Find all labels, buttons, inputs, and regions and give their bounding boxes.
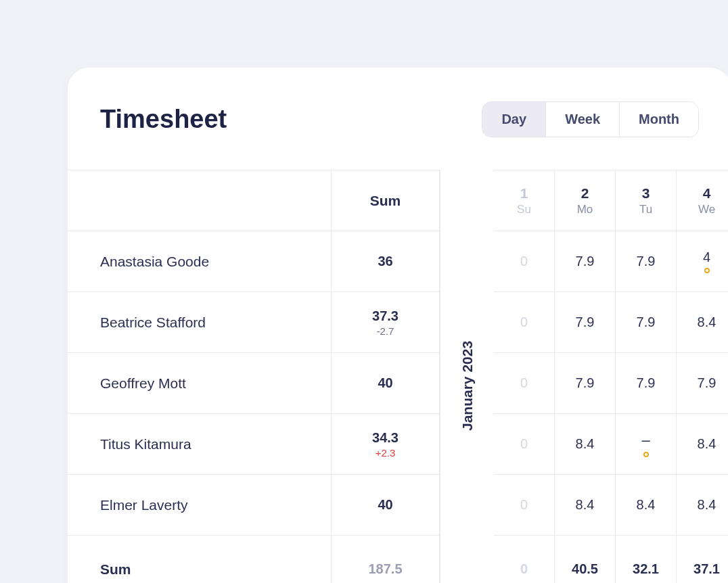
day-cell[interactable]: 8.4 <box>677 413 728 474</box>
day-cell[interactable]: 7.9 <box>677 352 728 413</box>
card-header: Timesheet Day Week Month <box>68 101 728 170</box>
sum-value: 36 <box>378 254 392 269</box>
day-value: 8.4 <box>637 497 656 513</box>
day-value: 0 <box>520 254 528 269</box>
row-sum: 37.3 -2.7 <box>332 292 440 352</box>
day-cell[interactable]: 8.4 <box>555 474 616 535</box>
day-value: 8.4 <box>698 436 716 452</box>
day-cell[interactable]: 0 <box>494 231 555 292</box>
sum-value: 37.3 <box>372 308 399 324</box>
day-value: 8.4 <box>576 436 595 452</box>
day-cell[interactable]: 0 <box>494 352 555 413</box>
employee-name[interactable]: Geoffrey Mott <box>68 352 332 413</box>
day-num: 1 <box>520 185 528 202</box>
day-value: 7.9 <box>576 314 595 330</box>
delta-value: +2.3 <box>376 447 396 459</box>
day-value: 4 <box>703 250 710 265</box>
day-cell[interactable]: 0 <box>494 474 555 535</box>
day-value: 0 <box>520 375 528 391</box>
header-sum: Sum <box>332 170 440 231</box>
day-value: 8.4 <box>576 497 595 513</box>
footer-day: 32.1 <box>616 535 677 583</box>
footer-day: 40.5 <box>555 535 616 583</box>
day-value: 8.4 <box>698 314 716 330</box>
employee-name[interactable]: Beatrice Stafford <box>68 292 332 352</box>
row-sum: 40 <box>332 352 440 413</box>
day-header-2: 2 Mo <box>555 170 616 231</box>
sum-value: 34.3 <box>372 430 399 446</box>
day-header-1: 1 Su <box>494 170 555 231</box>
day-cell[interactable]: 7.9 <box>616 231 677 292</box>
employee-name[interactable]: Elmer Laverty <box>68 474 332 535</box>
row-sum: 40 <box>332 474 440 535</box>
day-value: 0 <box>520 436 528 452</box>
day-value: 8.4 <box>698 497 716 513</box>
day-header-3: 3 Tu <box>616 170 677 231</box>
day-value: 0 <box>520 497 528 513</box>
day-header-4: 4 We <box>677 170 728 231</box>
day-num: 4 <box>703 185 711 202</box>
day-abbr: We <box>698 203 715 216</box>
day-value: 7.9 <box>637 254 656 269</box>
sum-value: 40 <box>378 497 392 513</box>
view-month-button[interactable]: Month <box>620 102 698 137</box>
page-title: Timesheet <box>100 105 227 134</box>
row-sum: 36 <box>332 231 440 292</box>
day-value: 0 <box>520 314 528 330</box>
indicator-dot-icon <box>704 268 710 273</box>
header-empty <box>68 170 332 231</box>
month-label: January 2023 <box>440 170 494 583</box>
day-abbr: Mo <box>577 203 593 216</box>
footer-day: 37.1 <box>677 535 728 583</box>
day-value: – <box>641 432 650 449</box>
footer-day: 0 <box>494 535 555 583</box>
employee-name[interactable]: Anastasia Goode <box>68 231 332 292</box>
footer-day-value: 0 <box>520 561 528 577</box>
footer-label: Sum <box>68 535 332 583</box>
day-cell[interactable]: 7.9 <box>555 292 616 352</box>
day-abbr: Tu <box>639 203 652 216</box>
day-value: 7.9 <box>637 375 656 391</box>
indicator-dot-icon <box>643 452 649 457</box>
timesheet-card: Timesheet Day Week Month Sum January 202… <box>68 68 728 583</box>
day-num: 3 <box>642 185 650 202</box>
day-cell[interactable]: 7.9 <box>555 231 616 292</box>
view-week-button[interactable]: Week <box>546 102 620 137</box>
timesheet-grid: Sum January 2023 1 Su 2 Mo 3 Tu 4 We Ana… <box>68 170 728 583</box>
sum-value: 40 <box>378 375 392 391</box>
employee-name[interactable]: Titus Kitamura <box>68 413 332 474</box>
day-cell[interactable]: 8.4 <box>677 474 728 535</box>
view-day-button[interactable]: Day <box>482 102 546 137</box>
view-toggle-group: Day Week Month <box>482 101 699 137</box>
day-cell[interactable]: 7.9 <box>616 292 677 352</box>
day-cell[interactable]: 8.4 <box>616 474 677 535</box>
day-cell[interactable]: – <box>616 413 677 474</box>
day-cell[interactable]: 0 <box>494 292 555 352</box>
delta-value: -2.7 <box>377 325 394 337</box>
day-cell[interactable]: 7.9 <box>555 352 616 413</box>
day-cell[interactable]: 8.4 <box>677 292 728 352</box>
day-value: 7.9 <box>576 375 595 391</box>
day-num: 2 <box>581 185 589 202</box>
day-value: 7.9 <box>637 314 656 330</box>
row-sum: 34.3 +2.3 <box>332 413 440 474</box>
day-cell[interactable]: 8.4 <box>555 413 616 474</box>
day-cell[interactable]: 0 <box>494 413 555 474</box>
day-value: 7.9 <box>698 375 716 391</box>
day-value: 7.9 <box>576 254 595 269</box>
day-abbr: Su <box>517 203 531 216</box>
footer-sum: 187.5 <box>332 535 440 583</box>
day-cell[interactable]: 4 <box>677 231 728 292</box>
day-cell[interactable]: 7.9 <box>616 352 677 413</box>
outer-container: Timesheet Day Week Month Sum January 202… <box>10 10 718 573</box>
